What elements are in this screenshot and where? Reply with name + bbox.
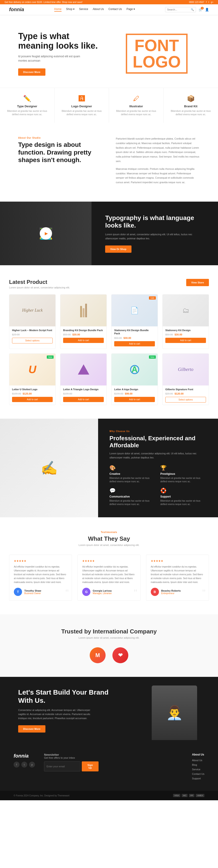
product-info-6: Letter A Triangle Logo Design $199.00 Ad… xyxy=(61,385,107,404)
product-old-price-7: $199.00 xyxy=(114,392,123,395)
feature-logo-designer: 🅰 Logo Designer Bibendum at gravida hac … xyxy=(54,88,109,123)
footer-link-col-about: About Us About Us Blog Service Contact U… xyxy=(192,753,205,782)
pro-label: Why Choose Us xyxy=(109,430,207,433)
product-old-price-2: $50.00 xyxy=(63,333,71,336)
product-btn-3[interactable]: Add to cart xyxy=(114,341,155,346)
product-info-7: Letter A kiga Design $199.00 $99.00 Add … xyxy=(111,385,157,404)
brand-kit-icon: 📦 xyxy=(168,95,213,102)
video-cta-button[interactable]: View Or Shop xyxy=(105,245,131,253)
footer-link-service[interactable]: Service xyxy=(192,768,205,771)
testimonial-author-2: G Georgia Larissa Manager, Librarian xyxy=(82,588,136,596)
support-icon: 🛟 xyxy=(160,488,207,494)
prestigious-desc: Bibendum at gravida hac auctor at risus … xyxy=(160,476,207,483)
font-logo: FONT LOGO xyxy=(126,34,188,74)
quote-mark-2: " xyxy=(134,588,137,597)
product-info-3: Stationery Kit Design Bundle Pack $50.00… xyxy=(111,327,157,349)
play-button[interactable] xyxy=(40,227,52,240)
newsletter-signup-button[interactable]: Sign Up xyxy=(82,762,99,771)
quote-mark-1: " xyxy=(65,588,69,597)
product-name-4: Stationery Kit Design xyxy=(165,329,206,332)
testimonials-desc: Lorem ipsum dolor sit amet, consectetur … xyxy=(9,544,209,547)
cart-icon-wrapper[interactable]: 🛒 2 xyxy=(199,8,202,11)
social-f[interactable]: f xyxy=(206,1,207,3)
author-info-2: Georgia Larissa Manager, Librarian xyxy=(93,589,111,595)
product-img-6 xyxy=(61,354,107,385)
footer-link-support[interactable]: Support xyxy=(192,777,205,780)
pro-feature-prestigious: 🏆 Prestigious Bibendum at gravida hac au… xyxy=(160,465,207,483)
testimonial-text-1: Ad efficitur imperdiet curabitur dui eu … xyxy=(14,565,67,584)
search-input[interactable] xyxy=(167,8,190,11)
product-card-3: Sale 📄 Stationery Kit Design Bundle Pack… xyxy=(111,294,158,349)
footer-twitter-icon[interactable]: t xyxy=(21,762,27,768)
site-logo[interactable]: fonnia xyxy=(9,7,24,12)
product-card-5: New U Letter U Slotted Logo $199.00 $125… xyxy=(9,353,56,405)
nav-contact[interactable]: Contact Us xyxy=(109,7,122,11)
footer-newsletter: Newsletter Get free offers to your inbox… xyxy=(44,753,99,782)
communicative-title: Communicative xyxy=(109,495,156,498)
search-box[interactable]: 🔍 xyxy=(165,7,196,12)
social-g[interactable]: g+ xyxy=(211,1,213,3)
author-role-2: Manager, Librarian xyxy=(93,592,111,595)
product-btn-2[interactable]: Add to cart xyxy=(63,338,104,343)
nav-about[interactable]: About Us xyxy=(93,7,104,11)
stationery2-icon: 🗂 xyxy=(182,307,189,314)
cta-button[interactable]: Discover More xyxy=(18,725,45,733)
video-bg: 👨‍💻 xyxy=(0,202,92,265)
social-t[interactable]: t xyxy=(209,1,209,3)
nav-right: 🔍 🛒 2 👤 xyxy=(165,7,209,12)
footer-link-contact[interactable]: Contact Us xyxy=(192,773,205,775)
video-description: Lorem ipsum dolor sit amet, consectetur … xyxy=(105,232,205,241)
payment-mc: MC xyxy=(182,794,188,797)
footer-pinterest-icon[interactable]: p xyxy=(29,762,35,768)
author-role-1: Business Owner xyxy=(24,592,41,595)
author-avatar-2: G xyxy=(82,588,90,596)
features-section: ✏️ Type Designer Bibendum at gravida hac… xyxy=(0,88,218,123)
product-btn-8[interactable]: Select options xyxy=(165,397,206,403)
author-avatar-3: B xyxy=(151,588,159,596)
author-info-3: Beasley Roberts Entrepreneur xyxy=(161,589,181,595)
newsletter-email-input[interactable] xyxy=(44,762,80,771)
nav-home[interactable]: Home xyxy=(54,7,62,11)
product-img-triangle xyxy=(61,354,107,385)
product-btn-7[interactable]: Add to cart xyxy=(114,397,155,402)
footer-brand: fonnia f t p xyxy=(13,753,35,782)
footer-link-blog[interactable]: Blog xyxy=(192,764,205,766)
product-price-3: $50.00 $30.00 xyxy=(114,337,155,339)
product-old-price-8: $20.00 xyxy=(165,392,173,395)
letter-u-shape: U xyxy=(28,363,36,376)
product-btn-6[interactable]: Add to cart xyxy=(63,397,104,402)
product-name-8: Gilberto Signature Font xyxy=(165,388,206,391)
testimonial-stars-2: ★★★★★ xyxy=(82,559,136,562)
payment-icons: VISA MC PP AMEX xyxy=(173,794,205,797)
view-store-button[interactable]: View Store xyxy=(186,279,209,286)
circle-logo-shape: A xyxy=(130,365,139,374)
product-name-2: Branding Kit Design Bundle Pack xyxy=(63,329,104,332)
product-card-8: Gilberto Gilberto Signature Font $20.00 … xyxy=(162,353,209,405)
support-title: Support xyxy=(160,495,207,498)
nav-service[interactable]: Service xyxy=(79,7,88,11)
product-btn-4[interactable]: Add to cart xyxy=(165,338,206,343)
feature-brand-kit-desc: Bibendum at gravida hac auctor at risus … xyxy=(168,109,213,116)
product-btn-1[interactable]: Select options xyxy=(12,338,53,343)
footer-facebook-icon[interactable]: f xyxy=(13,762,20,768)
creative-desc: Bibendum at gravida hac auctor at risus … xyxy=(109,476,156,483)
cta-text: Let's Start Build Your Brand With Us. Co… xyxy=(0,677,131,744)
footer-logo: fonnia xyxy=(13,753,35,759)
nav-shop[interactable]: Shop ▾ xyxy=(66,7,74,11)
nav-page[interactable]: Page ▾ xyxy=(126,7,135,11)
footer-link-about[interactable]: About Us xyxy=(192,759,205,762)
feature-illustrator-desc: Bibendum at gravida hac auctor at risus … xyxy=(114,109,159,116)
product-btn-5[interactable]: Add to cart xyxy=(12,397,53,402)
user-icon[interactable]: 👤 xyxy=(205,8,209,11)
product-card-4: 🗂 Stationery Kit Design $50.00 $30.00 Ad… xyxy=(162,294,209,349)
product-img-8: Gilberto xyxy=(162,354,209,385)
product-info-1: Higher Luck – Modern Script Font $29.00 … xyxy=(9,327,56,346)
book-stack xyxy=(80,304,87,317)
cta-description: Consectetur at adipiscing elit. Accumsan… xyxy=(18,708,96,720)
pro-image: ✍️ xyxy=(0,418,98,518)
search-icon[interactable]: 🔍 xyxy=(191,8,194,11)
testimonial-author-3: B Beasley Roberts Entrepreneur xyxy=(151,588,204,596)
product-info-4: Stationery Kit Design $50.00 $30.00 Add … xyxy=(162,327,209,345)
support-desc: Bibendum at gravida hac auctor at risus … xyxy=(160,499,207,506)
hero-cta-button[interactable]: Discover More xyxy=(18,68,45,76)
